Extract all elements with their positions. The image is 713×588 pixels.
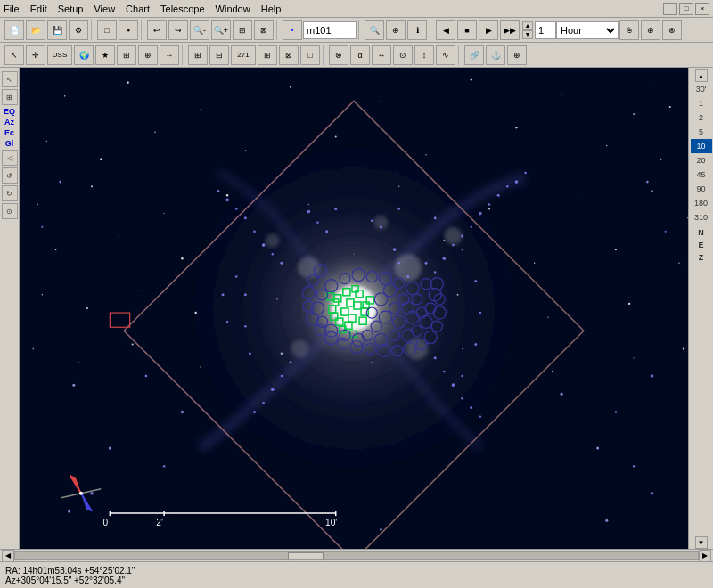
- tool-b3[interactable]: ↔: [160, 45, 179, 65]
- sidebar-btn4[interactable]: ↺: [2, 167, 18, 184]
- tool-b1[interactable]: ⊞: [117, 45, 136, 65]
- zoom-30arcmin[interactable]: 30': [691, 82, 712, 96]
- tool-cross[interactable]: ✛: [26, 45, 45, 65]
- zoom-10[interactable]: 10: [691, 139, 712, 153]
- label-gl[interactable]: Gl: [5, 139, 14, 148]
- menu-chart[interactable]: Chart: [126, 4, 150, 14]
- tool-c2[interactable]: ⊟: [209, 45, 229, 65]
- hscroll-thumb[interactable]: [288, 552, 324, 559]
- zoom-2[interactable]: 2: [691, 110, 712, 125]
- label-ec[interactable]: Ec: [4, 128, 14, 137]
- maximize-button[interactable]: □: [679, 3, 693, 15]
- dot-button[interactable]: •: [283, 20, 302, 40]
- planet-button[interactable]: 🌍: [74, 45, 94, 65]
- tool-e5[interactable]: ↕: [414, 45, 434, 65]
- hscroll-track[interactable]: [14, 551, 699, 560]
- svg-point-62: [615, 411, 617, 412]
- chart-area[interactable]: 0 2' 10': [20, 68, 688, 549]
- menu-view[interactable]: View: [94, 4, 115, 14]
- num-btn[interactable]: 271: [231, 45, 256, 65]
- zoom-180[interactable]: 180: [691, 196, 712, 210]
- svg-point-1: [64, 95, 66, 97]
- svg-point-140: [222, 293, 225, 296]
- zoom-5[interactable]: 5: [691, 125, 712, 139]
- zoom-out-button[interactable]: 🔍-: [190, 20, 209, 40]
- btn-a2[interactable]: ⊕: [641, 20, 660, 40]
- sidebar-btn6[interactable]: ⊙: [2, 203, 18, 219]
- rect-button[interactable]: □: [97, 20, 117, 40]
- tool-e3[interactable]: ↔: [372, 45, 391, 65]
- menu-file[interactable]: File: [4, 4, 20, 14]
- target-button[interactable]: ⊕: [507, 45, 527, 65]
- zoom-area-button[interactable]: ⊞: [233, 20, 252, 40]
- zoom-310[interactable]: 310: [691, 210, 712, 225]
- svg-point-119: [281, 375, 283, 377]
- btn-a1[interactable]: 🖱: [619, 20, 639, 40]
- prev-button[interactable]: ◀: [436, 20, 455, 40]
- tool-d1[interactable]: ⊞: [258, 45, 277, 65]
- tool-e6[interactable]: ∿: [436, 45, 455, 65]
- menu-edit[interactable]: Edit: [30, 4, 47, 14]
- undo-button[interactable]: ↩: [147, 20, 167, 40]
- vscroll-down[interactable]: ▼: [695, 536, 708, 549]
- zoom-1[interactable]: 1: [691, 96, 712, 110]
- open-button[interactable]: 📂: [26, 20, 45, 40]
- object-input[interactable]: m101: [303, 21, 356, 39]
- step-input[interactable]: 1: [535, 21, 556, 39]
- btn-a3[interactable]: ⊗: [662, 20, 682, 40]
- svg-point-134: [474, 343, 477, 346]
- hscroll-left[interactable]: ◀: [2, 550, 14, 562]
- menu-telescope[interactable]: Telescope: [160, 4, 205, 14]
- step-up-button[interactable]: ▲: [522, 21, 533, 30]
- dss-button[interactable]: DSS: [47, 45, 72, 65]
- tool-select[interactable]: ↖: [4, 45, 24, 65]
- tool-d2[interactable]: ⊠: [279, 45, 299, 65]
- hscroll-right[interactable]: ▶: [699, 550, 711, 562]
- tool-e4[interactable]: ⊙: [393, 45, 413, 65]
- label-az[interactable]: Az: [4, 118, 14, 127]
- vscroll-up[interactable]: ▲: [695, 69, 708, 82]
- label-eq[interactable]: EQ: [4, 107, 15, 116]
- find-button[interactable]: 🔍: [365, 20, 384, 40]
- zoom-in-button[interactable]: 🔍+: [211, 20, 231, 40]
- settings-button[interactable]: ⚙: [69, 20, 88, 40]
- rect2-button[interactable]: ▪: [119, 20, 138, 40]
- sidebar-btn1[interactable]: ↖: [2, 71, 18, 87]
- tool-e1[interactable]: ⊗: [329, 45, 348, 65]
- svg-point-135: [461, 375, 463, 377]
- step-down-button[interactable]: ▼: [522, 30, 533, 39]
- next-button[interactable]: ▶: [479, 20, 498, 40]
- sidebar-btn2[interactable]: ⊞: [2, 89, 18, 105]
- tool-c1[interactable]: ⊞: [188, 45, 208, 65]
- tool-d3[interactable]: □: [300, 45, 320, 65]
- tool-e2[interactable]: α: [350, 45, 370, 65]
- sidebar-btn3[interactable]: ◁: [2, 150, 18, 166]
- menu-setup[interactable]: Setup: [58, 4, 84, 14]
- close-button[interactable]: ×: [695, 3, 709, 15]
- tool-b2[interactable]: ⊕: [138, 45, 158, 65]
- svg-point-120: [271, 388, 275, 391]
- galaxy-svg: 0 2' 10': [20, 68, 688, 549]
- save-button[interactable]: 💾: [47, 20, 67, 40]
- info-button[interactable]: ℹ: [407, 20, 427, 40]
- new-button[interactable]: 📄: [4, 20, 24, 40]
- svg-point-39: [42, 294, 43, 295]
- svg-point-20: [37, 204, 38, 205]
- sidebar-btn5[interactable]: ↻: [2, 185, 18, 201]
- zoom-45[interactable]: 45: [691, 167, 712, 182]
- center-button[interactable]: ⊕: [386, 20, 406, 40]
- anchor-button[interactable]: ⚓: [486, 45, 505, 65]
- redo-button[interactable]: ↪: [168, 20, 188, 40]
- menu-window[interactable]: Window: [216, 4, 250, 14]
- menu-help[interactable]: Help: [261, 4, 282, 14]
- star-button[interactable]: ★: [95, 45, 115, 65]
- zoom-90[interactable]: 90: [691, 182, 712, 196]
- zoom-20[interactable]: 20: [691, 153, 712, 167]
- fast-forward-button[interactable]: ▶▶: [500, 20, 520, 40]
- zoom-fit-button[interactable]: ⊠: [254, 20, 274, 40]
- minimize-button[interactable]: _: [663, 3, 677, 15]
- stop-button[interactable]: ■: [457, 20, 477, 40]
- rate-select[interactable]: Second Minute Hour Day Week Month Year: [556, 21, 619, 39]
- link-button[interactable]: 🔗: [464, 45, 484, 65]
- svg-point-112: [434, 356, 437, 359]
